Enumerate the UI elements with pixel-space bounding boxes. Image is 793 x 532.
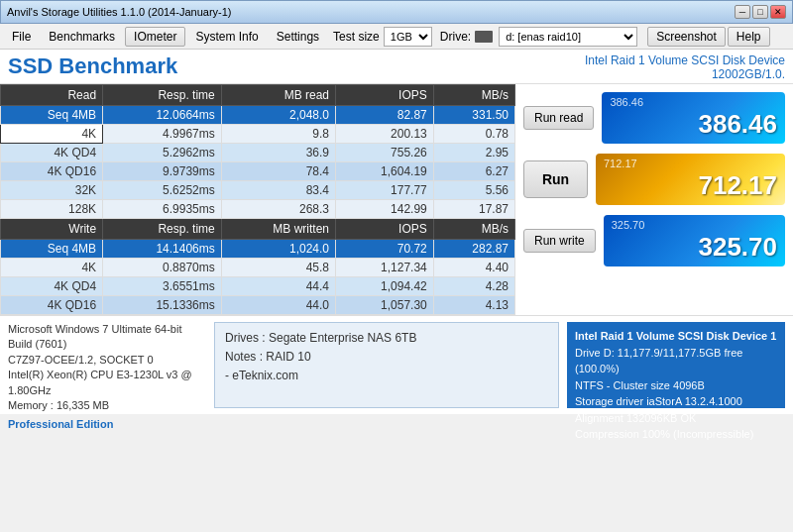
cell-mb: 2,048.0	[221, 106, 335, 125]
drive-select[interactable]: d: [enas raid10]	[499, 27, 637, 47]
menu-iometer[interactable]: IOmeter	[125, 27, 185, 47]
maximize-button[interactable]: □	[752, 5, 768, 19]
cell-iops: 1,057.30	[336, 296, 434, 315]
drive-detail-line3: NTFS - Cluster size 4096B	[575, 377, 777, 394]
write-score-box: 325.70 325.70	[604, 215, 785, 266]
table-row: 32K 5.6252ms 83.4 177.77 5.56	[1, 181, 515, 200]
minimize-button[interactable]: ─	[735, 5, 750, 19]
cell-iops: 1,604.19	[336, 162, 434, 181]
drive-detail-line6: Compression 100% (Incompressible)	[575, 426, 777, 443]
cell-iops: 1,127.34	[336, 259, 434, 277]
cell-iops: 1,094.42	[336, 277, 434, 296]
cell-label: 4K QD4	[1, 144, 103, 162]
cell-mbs: 282.87	[433, 240, 514, 259]
cell-mbs: 2.95	[433, 144, 514, 162]
col-header-mb-read: MB read	[221, 85, 335, 106]
cell-iops: 755.26	[336, 144, 434, 162]
run-total-row: Run 712.17 712.17	[523, 154, 785, 205]
cell-mb: 9.8	[221, 125, 335, 144]
cell-label: 32K	[1, 181, 103, 200]
sys-line2: C7Z97-OCEE/1.2, SOCKET 0	[8, 353, 206, 368]
screenshot-button[interactable]: Screenshot	[647, 27, 726, 47]
drive-detail-line4: Storage driver iaStorA 13.2.4.1000	[575, 393, 777, 410]
cell-mb: 44.0	[221, 296, 335, 315]
cell-resp: 5.2962ms	[103, 144, 222, 162]
test-size-select[interactable]: 1GB 4GB	[384, 27, 432, 47]
cell-label: 4K	[1, 125, 103, 144]
cell-resp: 5.6252ms	[103, 181, 222, 200]
col-header-read: Read	[1, 85, 103, 106]
menu-settings[interactable]: Settings	[269, 27, 327, 47]
cell-mbs: 0.78	[433, 125, 514, 144]
cell-label: Seq 4MB	[1, 106, 103, 125]
menu-system-info[interactable]: System Info	[187, 27, 266, 47]
cell-mbs: 5.56	[433, 181, 514, 200]
cell-iops: 82.87	[336, 106, 434, 125]
cell-mb: 36.9	[221, 144, 335, 162]
read-score-small-label: 386.46	[610, 96, 643, 108]
cell-resp: 9.9739ms	[103, 162, 222, 181]
cell-label: Seq 4MB	[1, 240, 103, 259]
cell-iops: 200.13	[336, 125, 434, 144]
run-write-row: Run write 325.70 325.70	[523, 215, 785, 266]
cell-mb: 1,024.0	[221, 240, 335, 259]
bottom-area: Microsoft Windows 7 Ultimate 64-bit Buil…	[0, 315, 793, 414]
pro-edition-label: Professional Edition	[8, 417, 206, 432]
read-score-value: 386.46	[698, 109, 777, 140]
run-write-button[interactable]: Run write	[523, 229, 596, 253]
help-button[interactable]: Help	[728, 27, 770, 47]
notes-panel: Drives : Segate Enterprise NAS 6TB Notes…	[214, 322, 559, 408]
right-panel: Run read 386.46 386.46 Run 712.17 712.17…	[515, 84, 793, 315]
menu-bar: File Benchmarks IOmeter System Info Sett…	[0, 24, 793, 50]
table-row: 4K QD16 9.9739ms 78.4 1,604.19 6.27	[1, 162, 515, 181]
drive-label: Drive:	[440, 30, 471, 44]
run-read-button[interactable]: Run read	[523, 106, 594, 130]
table-row: Seq 4MB 12.0664ms 2,048.0 82.87 331.50	[1, 106, 515, 125]
table-row: Seq 4MB 14.1406ms 1,024.0 70.72 282.87	[1, 240, 515, 259]
write-score-small-label: 325.70	[612, 219, 645, 231]
table-row: 4K QD4 3.6551ms 44.4 1,094.42 4.28	[1, 277, 515, 296]
total-score-box: 712.17 712.17	[596, 154, 785, 205]
cell-iops: 142.99	[336, 200, 434, 219]
cell-mbs: 17.87	[433, 200, 514, 219]
menu-file[interactable]: File	[4, 27, 39, 47]
drive-detail-line1: Intel Raid 1 Volume SCSI Disk Device 1	[575, 328, 777, 345]
cell-iops: 177.77	[336, 181, 434, 200]
cell-resp: 3.6551ms	[103, 277, 222, 296]
notes-line1: Drives : Segate Enterprise NAS 6TB	[225, 329, 548, 348]
cell-label: 4K QD16	[1, 162, 103, 181]
run-button[interactable]: Run	[523, 160, 588, 198]
cell-resp: 4.9967ms	[103, 125, 222, 144]
drive-detail-line5: Alignment 132096KB OK	[575, 410, 777, 427]
drive-info-line2: 12002GB/1.0.	[585, 67, 785, 81]
test-size-label: Test size	[333, 30, 380, 44]
table-row: 128K 6.9935ms 268.3 142.99 17.87	[1, 200, 515, 219]
cell-label: 4K QD16	[1, 296, 103, 315]
cell-mbs: 4.28	[433, 277, 514, 296]
close-button[interactable]: ✕	[770, 5, 786, 19]
cell-iops: 70.72	[336, 240, 434, 259]
menu-benchmarks[interactable]: Benchmarks	[41, 27, 123, 47]
cell-mb: 44.4	[221, 277, 335, 296]
read-score-box: 386.46 386.46	[602, 92, 785, 144]
col-header-iops: IOPS	[336, 85, 434, 106]
window-controls: ─ □ ✕	[735, 5, 786, 19]
table-row: 4K 4.9967ms 9.8 200.13 0.78	[1, 125, 515, 144]
sys-line3: Intel(R) Xeon(R) CPU E3-1230L v3 @ 1.80G…	[8, 368, 206, 398]
cell-mbs: 6.27	[433, 162, 514, 181]
run-read-row: Run read 386.46 386.46	[523, 92, 785, 144]
drive-detail-line2: Drive D: 11,177.9/11,177.5GB free (100.0…	[575, 345, 777, 377]
total-score-value: 712.17	[698, 170, 777, 201]
read-table: Read Resp. time MB read IOPS MB/s Seq 4M…	[0, 84, 515, 315]
drive-detail-panel: Intel Raid 1 Volume SCSI Disk Device 1 D…	[567, 322, 785, 408]
drive-icon	[475, 31, 493, 43]
col-header-resp: Resp. time	[103, 85, 222, 106]
cell-mb: 45.8	[221, 259, 335, 277]
table-row: 4K 0.8870ms 45.8 1,127.34 4.40	[1, 259, 515, 277]
cell-resp: 0.8870ms	[103, 259, 222, 277]
notes-line2: Notes : RAID 10	[225, 348, 548, 367]
total-score-small-label: 712.17	[604, 158, 637, 169]
cell-mb: 78.4	[221, 162, 335, 181]
drive-info-line1: Intel Raid 1 Volume SCSI Disk Device	[585, 53, 785, 67]
cell-resp: 12.0664ms	[103, 106, 222, 125]
